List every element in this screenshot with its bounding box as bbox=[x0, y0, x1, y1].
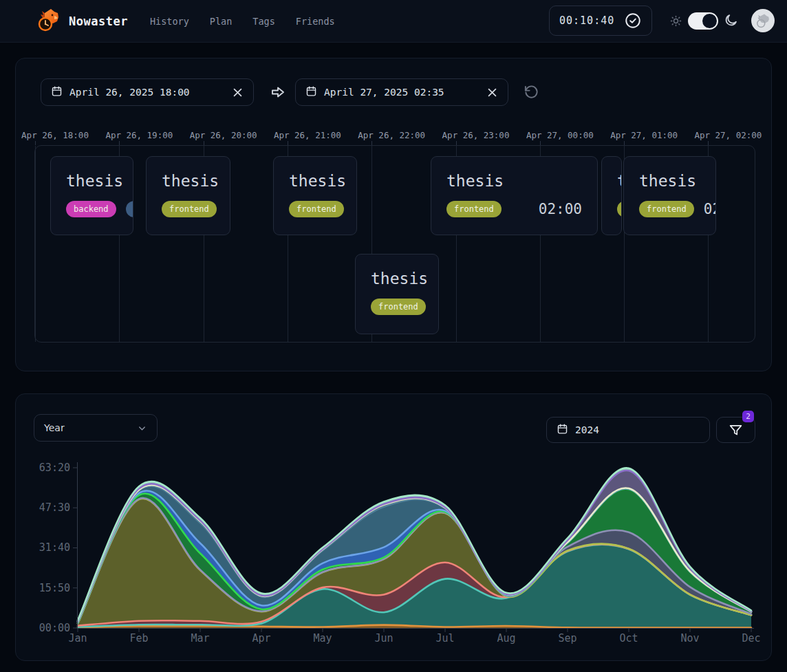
x-tick-label: Nov bbox=[680, 632, 699, 644]
hour-tick bbox=[708, 141, 709, 145]
nav-link-tags[interactable]: Tags bbox=[252, 16, 275, 27]
timeline-hour-labels: Apr 26, 18:00Apr 26, 19:00Apr 26, 20:00A… bbox=[16, 130, 773, 141]
session-title: thesis bbox=[162, 172, 230, 190]
session-card[interactable]: thesisfrontend bbox=[273, 156, 357, 235]
x-tick-label: May bbox=[313, 632, 332, 644]
hour-tick bbox=[540, 141, 541, 145]
session-tag-frontend[interactable]: frontend bbox=[639, 201, 694, 217]
calendar-icon bbox=[51, 85, 63, 100]
x-tick-label: Oct bbox=[619, 632, 638, 644]
hour-label: Apr 26, 21:00 bbox=[274, 130, 341, 140]
nav-link-plan[interactable]: Plan bbox=[210, 16, 233, 27]
hour-label: Apr 27, 02:00 bbox=[694, 130, 762, 140]
x-tick-label: Sep bbox=[558, 632, 576, 644]
arrow-right-icon bbox=[270, 84, 286, 100]
hour-tick bbox=[35, 141, 36, 145]
calendar-icon bbox=[557, 423, 568, 437]
session-tag-frontend[interactable]: frontend bbox=[371, 299, 426, 315]
session-meta: frontend bbox=[162, 201, 215, 217]
group-by-select[interactable]: Year bbox=[34, 414, 158, 442]
end-date-value: April 27, 2025 02:35 bbox=[324, 87, 444, 98]
session-card[interactable]: thesisfrontend bbox=[601, 156, 622, 235]
hour-label: Apr 27, 01:00 bbox=[610, 130, 678, 140]
hour-label: Apr 27, 00:00 bbox=[526, 130, 594, 140]
session-title: thesis bbox=[66, 172, 133, 190]
moon-icon bbox=[724, 13, 738, 30]
hour-tick bbox=[456, 141, 457, 145]
year-picker[interactable]: 2024 bbox=[546, 417, 710, 443]
timer-value: 00:10:40 bbox=[559, 14, 614, 27]
hour-tick bbox=[204, 141, 204, 145]
hour-label: Apr 26, 19:00 bbox=[105, 130, 173, 140]
theme-toggle[interactable] bbox=[688, 12, 718, 30]
app-page: Nowaster HistoryPlanTagsFriends 00:10:40 bbox=[0, 0, 787, 672]
theme-toggle-knob bbox=[702, 14, 717, 28]
group-by-value: Year bbox=[44, 422, 65, 433]
session-tag-frontend[interactable]: frontend bbox=[446, 201, 502, 217]
session-card[interactable]: thesisfrontend bbox=[146, 156, 230, 235]
year-value: 2024 bbox=[575, 424, 599, 435]
clear-end-date-icon[interactable] bbox=[486, 87, 498, 98]
session-title: thesis bbox=[639, 172, 715, 190]
x-tick-label: Jan bbox=[68, 632, 87, 644]
x-tick-label: Jul bbox=[435, 632, 454, 644]
session-card[interactable]: thesisfrontend bbox=[355, 254, 439, 334]
hour-label: Apr 26, 22:00 bbox=[358, 130, 425, 140]
timeline-panel: April 26, 2025 18:00 April 27, 2025 02:3… bbox=[15, 58, 772, 371]
clear-start-date-icon[interactable] bbox=[232, 87, 244, 98]
stats-stacked-area-chart: 00:0015:5031:4047:3063:20JanFebMarAprMay… bbox=[0, 454, 787, 672]
session-card[interactable]: thesisfrontend02:00 bbox=[431, 156, 598, 235]
session-tag-da[interactable]: da bbox=[126, 201, 133, 217]
session-title: thesis bbox=[371, 270, 438, 288]
session-tag-frontend[interactable]: frontend bbox=[162, 201, 217, 217]
user-avatar[interactable] bbox=[751, 9, 775, 32]
session-meta: frontend bbox=[371, 299, 423, 315]
nowaster-lion-logo-icon bbox=[36, 7, 62, 36]
nav-links: HistoryPlanTagsFriends bbox=[150, 16, 335, 27]
x-tick-label: Aug bbox=[497, 632, 515, 644]
reset-range-icon[interactable] bbox=[524, 84, 539, 100]
nav-link-friends[interactable]: Friends bbox=[296, 16, 335, 27]
brand[interactable]: Nowaster bbox=[36, 7, 128, 36]
hour-tick bbox=[288, 141, 288, 145]
session-tag-backend[interactable]: backend bbox=[66, 201, 116, 217]
check-circle-icon[interactable] bbox=[624, 12, 642, 30]
chevron-down-icon bbox=[137, 423, 147, 433]
session-title: thesis bbox=[289, 172, 356, 190]
x-tick-label: Feb bbox=[129, 632, 148, 644]
session-tag-frontend[interactable]: frontend bbox=[289, 201, 344, 217]
x-tick-label: Jun bbox=[374, 632, 393, 644]
hour-label: Apr 26, 18:00 bbox=[21, 130, 89, 140]
hour-label: Apr 26, 23:00 bbox=[442, 130, 510, 140]
filter-count-badge: 2 bbox=[742, 411, 754, 422]
navbar: Nowaster HistoryPlanTagsFriends 00:10:40 bbox=[0, 0, 787, 43]
hour-tick bbox=[371, 141, 372, 145]
x-tick-label: Apr bbox=[252, 632, 270, 644]
brand-title: Nowaster bbox=[69, 14, 128, 28]
y-tick-label: 15:50 bbox=[39, 582, 70, 594]
session-meta: frontend bbox=[289, 201, 341, 217]
funnel-icon bbox=[729, 423, 743, 437]
start-date-picker[interactable]: April 26, 2025 18:00 bbox=[41, 78, 254, 106]
timer-widget[interactable]: 00:10:40 bbox=[549, 6, 652, 36]
session-card[interactable]: thesisbackendda bbox=[50, 156, 133, 235]
session-title: thesis bbox=[617, 172, 621, 190]
x-tick-label: Dec bbox=[742, 632, 760, 644]
session-card[interactable]: thesisfrontend02:35 bbox=[623, 156, 716, 235]
hour-tick bbox=[119, 141, 120, 145]
session-meta: frontend02:35 bbox=[639, 201, 700, 217]
y-tick-label: 31:40 bbox=[39, 541, 70, 554]
calendar-icon bbox=[305, 85, 317, 100]
nav-link-history[interactable]: History bbox=[150, 16, 189, 27]
hour-gridline bbox=[35, 146, 36, 342]
session-duration: 02:35 bbox=[704, 201, 716, 217]
hour-tick bbox=[624, 141, 625, 145]
session-title: thesis bbox=[446, 172, 597, 190]
session-tag-frontend[interactable]: frontend bbox=[617, 201, 622, 217]
end-date-picker[interactable]: April 27, 2025 02:35 bbox=[295, 78, 508, 106]
y-tick-label: 00:00 bbox=[39, 622, 70, 634]
session-meta: frontend02:00 bbox=[446, 201, 582, 217]
session-meta: backendda bbox=[66, 201, 118, 217]
hour-label: Apr 26, 20:00 bbox=[190, 130, 257, 140]
y-tick-label: 63:20 bbox=[39, 462, 70, 474]
